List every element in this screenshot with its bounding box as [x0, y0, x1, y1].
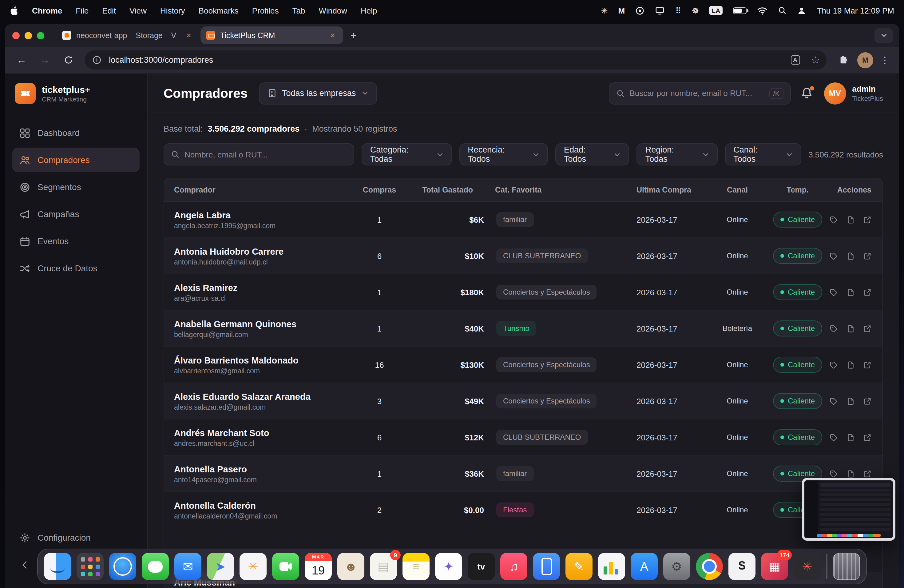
dock-icon[interactable]: ▦ 174 — [761, 553, 788, 580]
menubar-menu-item[interactable]: File — [76, 6, 89, 15]
dock-icon[interactable]: ≡ — [403, 553, 430, 580]
dock-icon[interactable] — [44, 553, 71, 580]
menubar-menu-item[interactable]: Window — [319, 6, 348, 15]
menubar-clock[interactable]: Thu 19 Mar 12:09 PM — [817, 6, 894, 15]
table-row[interactable]: Antonia Huidobro Carrere antonia.huidobr… — [164, 238, 882, 274]
table-search-input[interactable] — [185, 150, 347, 159]
dock-icon[interactable] — [272, 553, 299, 580]
dock-icon[interactable]: ♫ — [500, 553, 527, 580]
tab-search-chevron-icon[interactable] — [874, 28, 893, 43]
menubar-menu-item[interactable]: Tab — [292, 6, 305, 15]
sidebar-nav-item[interactable]: Cruce de Datos — [12, 256, 140, 280]
tag-action-icon[interactable] — [830, 215, 837, 224]
sidebar-nav-item[interactable]: Campañas — [12, 202, 140, 226]
company-filter-dropdown[interactable]: Todas las empresas — [259, 82, 377, 104]
back-button[interactable] — [12, 51, 31, 69]
file-action-icon[interactable] — [847, 251, 854, 261]
filter-dropdown[interactable]: Canal: Todos — [725, 143, 801, 166]
dock-icon[interactable]: MAR 19 — [305, 553, 332, 580]
notifications-bell-icon[interactable] — [800, 87, 814, 100]
dock-icon[interactable]: $ — [729, 553, 755, 580]
file-action-icon[interactable] — [847, 469, 854, 478]
zoom-window-button[interactable] — [37, 32, 44, 39]
dock-icon[interactable]: ▤ 9 — [370, 553, 397, 580]
tag-action-icon[interactable] — [830, 469, 837, 478]
dock-icon[interactable]: ✦ — [435, 553, 462, 580]
tag-action-icon[interactable] — [830, 288, 837, 297]
table-row[interactable]: Anabella Germann Quinones bellagerqui@gm… — [164, 311, 882, 347]
minimize-window-button[interactable] — [25, 32, 32, 39]
sidebar-nav-item[interactable]: Dashboard — [12, 120, 140, 145]
translate-icon[interactable]: A — [788, 52, 803, 67]
browser-tab[interactable]: TicketPlus CRM — [201, 27, 343, 44]
user-switcher-icon[interactable] — [797, 6, 806, 15]
table-row[interactable]: Andrés Marchant Soto andres.marchant.s@u… — [164, 419, 882, 456]
file-action-icon[interactable] — [847, 215, 854, 224]
file-action-icon[interactable] — [847, 324, 854, 333]
dock-icon[interactable]: ➤ — [207, 553, 234, 580]
tag-action-icon[interactable] — [830, 360, 837, 369]
display-status-icon[interactable] — [655, 6, 665, 15]
external-link-action-icon[interactable] — [864, 324, 871, 333]
external-link-action-icon[interactable] — [864, 251, 871, 261]
dock-icon[interactable] — [77, 553, 104, 580]
sidebar-nav-item[interactable]: Segmentos — [12, 175, 140, 199]
pinwheel-status-icon[interactable]: ✳ — [601, 6, 608, 15]
dock-icon[interactable]: tv — [468, 553, 495, 580]
pip-window[interactable] — [802, 478, 895, 541]
table-row[interactable]: Alexis Eduardo Salazar Araneda alexis.sa… — [164, 383, 882, 419]
global-search[interactable]: /K — [608, 82, 790, 104]
menubar-app-name[interactable]: Chrome — [32, 6, 62, 15]
table-row[interactable]: Antonella Calderón antonellacalderon04@g… — [164, 492, 882, 528]
user-chip[interactable]: MV admin TicketPlus — [824, 82, 883, 104]
dock-icon[interactable]: ✳ — [240, 553, 267, 580]
external-link-action-icon[interactable] — [864, 215, 871, 224]
external-link-action-icon[interactable] — [864, 360, 871, 369]
table-row[interactable]: Álvaro Barrientos Maldonado alvbarriento… — [164, 347, 882, 383]
sidebar-footer-item[interactable]: Configuracion — [12, 525, 140, 550]
global-search-input[interactable] — [629, 89, 764, 98]
record-status-icon[interactable] — [635, 6, 645, 15]
filter-dropdown[interactable]: Edad: Todos — [555, 143, 629, 166]
close-window-button[interactable] — [12, 32, 20, 39]
reload-button[interactable] — [59, 51, 77, 69]
external-link-action-icon[interactable] — [864, 288, 871, 297]
sidebar-nav-item[interactable]: Eventos — [12, 229, 140, 253]
tag-action-icon[interactable] — [830, 324, 837, 333]
dock-icon[interactable]: ✉ — [174, 553, 201, 580]
dock-icon[interactable]: ⚙ — [663, 553, 690, 580]
menubar-menu-item[interactable]: History — [160, 6, 185, 15]
user-avatar[interactable]: MV — [824, 82, 846, 104]
new-tab-button[interactable] — [346, 27, 362, 43]
dock-icon[interactable] — [833, 553, 860, 580]
apple-menu-icon[interactable] — [10, 6, 19, 15]
table-row[interactable]: Alexis Ramirez ara@acrux-sa.cl 1 $180K C… — [164, 274, 882, 311]
menubar-menu-item[interactable]: Bookmarks — [199, 6, 239, 15]
dock-icon[interactable] — [696, 553, 723, 580]
wifi-icon[interactable] — [757, 6, 768, 14]
spotlight-icon[interactable] — [778, 6, 787, 15]
file-action-icon[interactable] — [847, 433, 854, 442]
file-action-icon[interactable] — [847, 288, 854, 297]
url-bar[interactable]: localhost:3000/compradores A — [85, 51, 827, 70]
table-row[interactable]: Angela Labra angela.beatriz.1995@gmail.c… — [164, 202, 882, 238]
filter-dropdown[interactable]: Region: Todas — [637, 143, 718, 166]
dock-icon[interactable] — [533, 553, 560, 580]
menubar-menu-item[interactable]: Profiles — [252, 6, 279, 15]
dock-icon[interactable] — [598, 553, 625, 580]
forward-button[interactable] — [36, 51, 54, 69]
sidebar-nav-item[interactable]: Compradores — [12, 148, 140, 172]
external-link-action-icon[interactable] — [864, 433, 871, 442]
tag-action-icon[interactable] — [830, 433, 837, 442]
external-link-action-icon[interactable] — [864, 469, 871, 478]
file-action-icon[interactable] — [847, 397, 854, 406]
extensions-puzzle-icon[interactable] — [834, 51, 852, 69]
helm-status-icon[interactable]: ☸ — [692, 6, 699, 15]
browser-profile-avatar[interactable]: M — [857, 52, 873, 68]
table-row[interactable]: Antonella Pasero anto14pasero@gmail.com … — [164, 456, 882, 492]
site-info-icon[interactable] — [90, 53, 103, 67]
external-link-action-icon[interactable] — [864, 397, 871, 406]
tag-action-icon[interactable] — [830, 251, 837, 261]
tab-close-icon[interactable] — [184, 30, 194, 40]
input-source-indicator[interactable]: LA — [710, 6, 723, 15]
